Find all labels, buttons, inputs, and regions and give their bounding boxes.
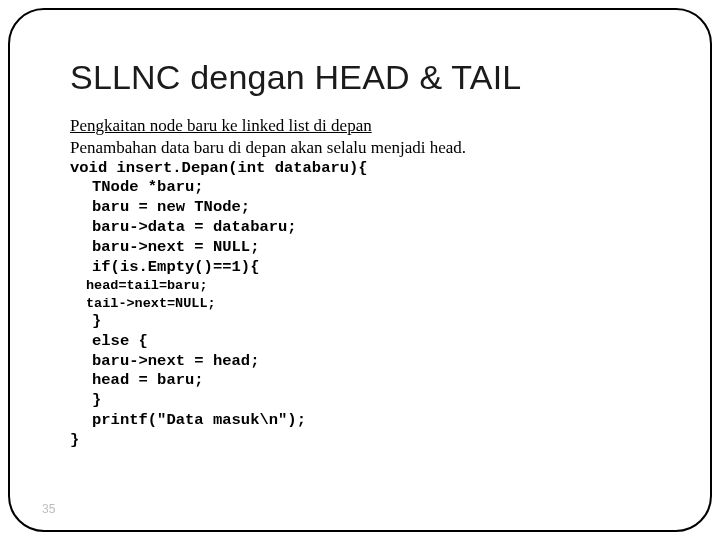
code-line-1: void insert.Depan(int databaru){	[70, 159, 662, 179]
code-line-12: head = baru;	[70, 371, 662, 391]
code-line-13: }	[70, 391, 662, 411]
code-line-8: tail->next=NULL;	[70, 295, 662, 312]
code-line-10: else {	[70, 332, 662, 352]
code-line-11: baru->next = head;	[70, 352, 662, 372]
code-line-4: baru->data = databaru;	[70, 218, 662, 238]
code-line-5: baru->next = NULL;	[70, 238, 662, 258]
page-number: 35	[42, 502, 55, 516]
code-line-3: baru = new TNode;	[70, 198, 662, 218]
code-line-2: TNode *baru;	[70, 178, 662, 198]
code-line-7: head=tail=baru;	[70, 277, 662, 294]
code-line-15: }	[70, 431, 662, 451]
slide-frame: SLLNC dengan HEAD & TAIL Pengkaitan node…	[8, 8, 712, 532]
intro-line-2: Penambahan data baru di depan akan selal…	[70, 137, 662, 159]
slide-body: Pengkaitan node baru ke linked list di d…	[70, 115, 662, 451]
code-line-14: printf("Data masuk\n");	[70, 411, 662, 431]
slide-title: SLLNC dengan HEAD & TAIL	[70, 58, 662, 97]
code-line-6: if(is.Empty()==1){	[70, 258, 662, 278]
intro-line-1: Pengkaitan node baru ke linked list di d…	[70, 115, 662, 137]
code-line-9: }	[70, 312, 662, 332]
